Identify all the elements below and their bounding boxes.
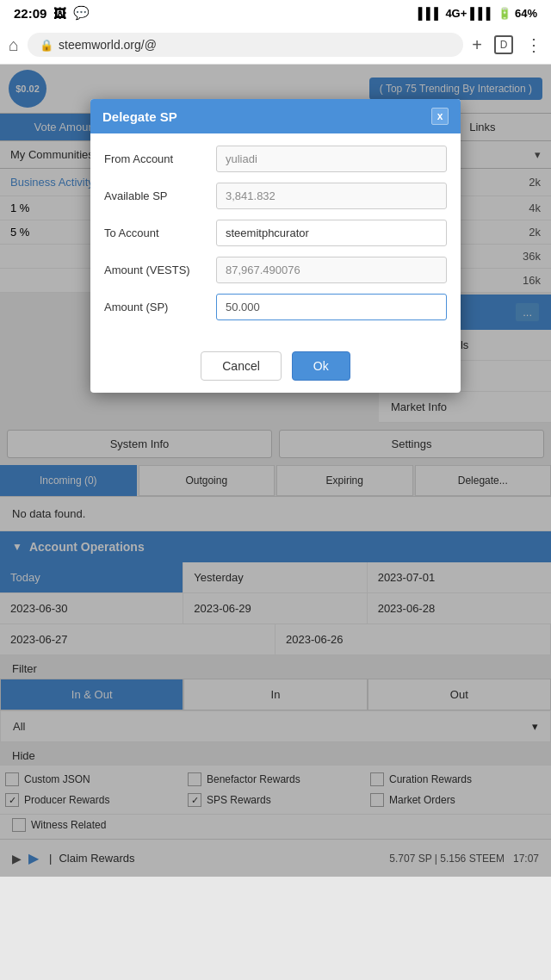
more-options-button[interactable]: ⋮ [525, 34, 542, 55]
status-image-icon: 🖼 [53, 6, 66, 21]
browser-bar: ⌂ 🔒 steemworld.org/@ + D ⋮ [0, 26, 551, 65]
from-account-input [216, 146, 447, 172]
url-bar[interactable]: 🔒 steemworld.org/@ [28, 33, 463, 57]
amount-vests-input [216, 257, 447, 283]
add-tab-button[interactable]: + [472, 35, 482, 55]
modal-close-button[interactable]: x [431, 108, 449, 125]
modal-footer: Cancel Ok [90, 343, 461, 393]
modal-overlay: Delegate SP x From Account Available SP … [0, 65, 551, 877]
battery-percent: 64% [515, 7, 537, 20]
signal-icon: ▌▌▌ [418, 7, 443, 20]
form-row-to-account: To Account [104, 220, 447, 246]
modal-body: From Account Available SP To Account Amo… [90, 133, 461, 343]
network-type: 4G+ [445, 7, 467, 20]
from-account-label: From Account [104, 152, 216, 165]
available-sp-input [216, 183, 447, 209]
status-time: 22:09 [14, 6, 46, 21]
delegate-sp-modal: Delegate SP x From Account Available SP … [90, 99, 461, 393]
available-sp-label: Available SP [104, 189, 216, 202]
amount-sp-input[interactable] [216, 294, 447, 320]
modal-header: Delegate SP x [90, 99, 461, 133]
to-account-label: To Account [104, 226, 216, 239]
home-icon[interactable]: ⌂ [9, 35, 19, 55]
form-row-from-account: From Account [104, 146, 447, 172]
cancel-button[interactable]: Cancel [201, 351, 282, 381]
url-text: steemworld.org/@ [59, 38, 157, 52]
battery-icon: 🔋 [498, 7, 511, 20]
ok-button[interactable]: Ok [292, 351, 350, 381]
amount-sp-label: Amount (SP) [104, 301, 216, 313]
form-row-available-sp: Available SP [104, 183, 447, 209]
lock-icon: 🔒 [40, 39, 53, 52]
status-bar: 22:09 🖼 💬 ▌▌▌ 4G+ ▌▌▌ 🔋 64% [0, 0, 551, 26]
signal-icon2: ▌▌▌ [470, 7, 494, 20]
status-msg-icon: 💬 [73, 5, 90, 21]
amount-vests-label: Amount (VESTS) [104, 264, 216, 276]
form-row-amount-vests: Amount (VESTS) [104, 257, 447, 283]
to-account-input[interactable] [216, 220, 447, 246]
tab-switcher-button[interactable]: D [494, 35, 513, 54]
modal-title: Delegate SP [102, 109, 177, 124]
form-row-amount-sp: Amount (SP) [104, 294, 447, 320]
